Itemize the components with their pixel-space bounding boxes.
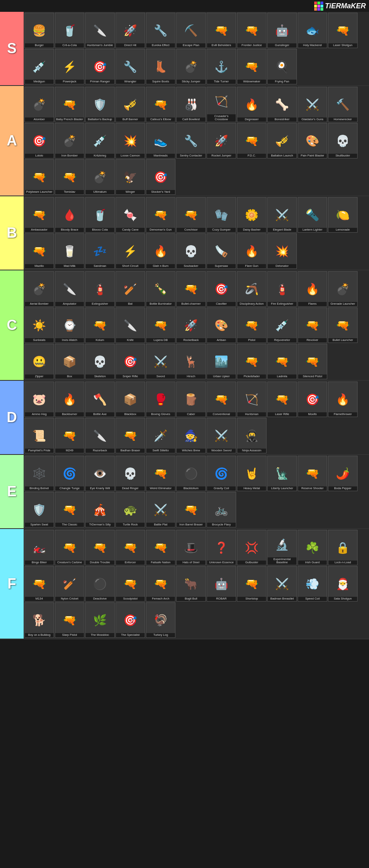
- list-item[interactable]: 🔫Bullet Launcher: [328, 307, 358, 343]
- list-item[interactable]: 🔫Frontier Justice: [237, 13, 266, 48]
- list-item[interactable]: 🛡️Sparten Swat: [24, 492, 54, 527]
- list-item[interactable]: 🦃Turkey Log: [146, 602, 175, 638]
- list-item[interactable]: 💀Soulsacker: [176, 233, 206, 269]
- list-item[interactable]: 🐕Boy on a Bulldog: [24, 602, 54, 638]
- list-item[interactable]: 🔫Pistol: [237, 307, 266, 343]
- list-item[interactable]: 🔪Razorback: [85, 418, 115, 453]
- list-item[interactable]: 📦Box: [55, 344, 84, 379]
- list-item[interactable]: 💉Medigun: [24, 49, 54, 84]
- list-item[interactable]: 🥛Mad Milk: [55, 233, 84, 269]
- list-item[interactable]: 🎅Sata Shotgun: [328, 566, 358, 602]
- list-item[interactable]: 🌼Daisy Basher: [237, 197, 266, 233]
- list-item[interactable]: 🎳Caill Bowliest: [176, 87, 206, 122]
- list-item[interactable]: 🔬Experimental Baseline: [267, 530, 297, 565]
- list-item[interactable]: 🌶️Boda Pepper: [328, 456, 358, 491]
- list-item[interactable]: 🚀Direct Hit: [116, 13, 145, 48]
- list-item[interactable]: 🔫Bullet-charmer: [176, 271, 206, 307]
- list-item[interactable]: 💀Skullbuster: [328, 123, 358, 158]
- list-item[interactable]: 🔥Degreaser: [237, 87, 266, 122]
- list-item[interactable]: 🔫Failsafe Nation: [146, 530, 175, 565]
- list-item[interactable]: 🤐Zipper: [24, 344, 54, 379]
- list-item[interactable]: 🌀Changle Tunge: [55, 456, 84, 491]
- list-item[interactable]: 🤖Gunslinger: [267, 13, 297, 48]
- list-item[interactable]: 🥤Bloxxo Cola: [85, 197, 115, 233]
- list-item[interactable]: 🔧Eureka Effect: [146, 13, 175, 48]
- list-item[interactable]: 🔫Kolum: [85, 307, 115, 343]
- list-item[interactable]: 🔫Tomislav: [55, 159, 84, 195]
- list-item[interactable]: 🏹Crusader's Crossbow: [207, 87, 236, 122]
- list-item[interactable]: ⛏️Escape Plan: [176, 13, 206, 48]
- list-item[interactable]: 🦅Winger: [116, 159, 145, 195]
- list-item[interactable]: 💣Atomber: [24, 87, 54, 122]
- list-item[interactable]: 🔫Ambassador: [24, 197, 54, 233]
- list-item[interactable]: 🌿The Mossbloc: [85, 602, 115, 638]
- list-item[interactable]: 🔫Evill Beholders: [207, 13, 236, 48]
- list-item[interactable]: 🎯The Specialist: [116, 602, 145, 638]
- list-item[interactable]: 🍬Candy Cane: [116, 197, 145, 233]
- list-item[interactable]: 🔫Ladmila: [267, 344, 297, 379]
- list-item[interactable]: ⌚Invis-Watch: [55, 307, 84, 343]
- list-item[interactable]: 🔫The Classic: [55, 492, 84, 527]
- list-item[interactable]: 📜Pamphlet's Pride: [24, 418, 54, 453]
- list-item[interactable]: 🍾Bottle Burninator: [146, 271, 175, 307]
- list-item[interactable]: 💣Grenade Launcher: [328, 271, 358, 307]
- list-item[interactable]: 🏹Huntsman: [237, 382, 266, 417]
- list-item[interactable]: 🔥Flares: [298, 271, 327, 307]
- list-item[interactable]: 🔫Mazillo: [24, 233, 54, 269]
- list-item[interactable]: 🔫Reserve Shooter: [298, 456, 327, 491]
- list-item[interactable]: ⚡Short Circuit: [116, 233, 145, 269]
- list-item[interactable]: 💉Kritzkrieg: [85, 123, 115, 158]
- list-item[interactable]: 🪓Bottle Axe: [85, 382, 115, 417]
- list-item[interactable]: ⚡Powerjack: [55, 49, 84, 84]
- list-item[interactable]: 💨Speed Coil: [298, 566, 327, 602]
- list-item[interactable]: 🔫Baby Prench Blaster: [55, 87, 84, 122]
- list-item[interactable]: ❓Unknown Essence: [207, 530, 236, 565]
- list-item[interactable]: 💤Sandman: [85, 233, 115, 269]
- list-item[interactable]: 🔧Wrangler: [116, 49, 145, 84]
- list-item[interactable]: 🗽Liberty Launcher: [267, 456, 297, 491]
- list-item[interactable]: 🏍️Bingo Biker: [24, 530, 54, 565]
- list-item[interactable]: 💀Skeleton: [85, 344, 115, 379]
- list-item[interactable]: 🔫Demoman's Gun: [146, 197, 175, 233]
- list-item[interactable]: 💣Iron Bomber: [55, 123, 84, 158]
- list-item[interactable]: 🔫Creature's Carbine: [55, 530, 84, 565]
- list-item[interactable]: 🔒Lock-n-Load: [328, 530, 358, 565]
- list-item[interactable]: 🏏Bat: [116, 271, 145, 307]
- list-item[interactable]: 🔫Laser Shotgun: [328, 13, 358, 48]
- list-item[interactable]: ⚔️Sword: [146, 344, 175, 379]
- list-item[interactable]: 🔫Scoutpistol: [116, 566, 145, 602]
- list-item[interactable]: 🥷Ninja Assassin: [237, 418, 266, 453]
- list-item[interactable]: 📦Blackbox: [116, 382, 145, 417]
- list-item[interactable]: 👢Squire Boots: [146, 49, 175, 84]
- list-item[interactable]: 👟Mantreads: [146, 123, 175, 158]
- list-item[interactable]: 🔦Lantern Lighter: [298, 197, 327, 233]
- list-item[interactable]: 🎺Buff Banner: [116, 87, 145, 122]
- list-item[interactable]: 💣Ultimatum: [85, 159, 115, 195]
- list-item[interactable]: ⚔️Elegant Blade: [267, 197, 297, 233]
- list-item[interactable]: 🎯Stocker's Yard: [146, 159, 175, 195]
- list-item[interactable]: 🔫Shortstop: [237, 566, 266, 602]
- list-item[interactable]: 🪚Supersaw: [207, 233, 236, 269]
- list-item[interactable]: 🔪Huntsman's Jumble: [85, 13, 115, 48]
- list-item[interactable]: 🚀Rocket Jumper: [207, 123, 236, 158]
- list-item[interactable]: 🦌Hirsch: [176, 344, 206, 379]
- list-item[interactable]: 👁️Eye Knarly Will: [85, 456, 115, 491]
- list-item[interactable]: 🔫Polybeam Launcher: [24, 159, 54, 195]
- list-item[interactable]: 💥Detonator: [267, 233, 297, 269]
- list-item[interactable]: 🍋Lemonade: [328, 197, 358, 233]
- list-item[interactable]: 🔫Conchisor: [176, 197, 206, 233]
- list-item[interactable]: 🎯Lololo: [24, 123, 54, 158]
- list-item[interactable]: 🔫Silenced Pistol: [298, 344, 327, 379]
- list-item[interactable]: 🐟Holy Mackerel: [298, 13, 327, 48]
- list-item[interactable]: 🔫Enforcer: [116, 530, 145, 565]
- list-item[interactable]: 🏏Nylon Cricket: [55, 566, 84, 602]
- list-item[interactable]: 💀Dead Ringer: [116, 456, 145, 491]
- list-item[interactable]: 🎩Hats of Steel: [176, 530, 206, 565]
- list-item[interactable]: 💢Gutbuster: [237, 530, 266, 565]
- list-item[interactable]: 🔫Callous's Elbow: [146, 87, 175, 122]
- list-item[interactable]: 🎪TrDerman's Silly: [85, 492, 115, 527]
- list-item[interactable]: 🗡️Swift Stiletto: [146, 418, 175, 453]
- list-item[interactable]: 🎯Ciavitter: [207, 271, 236, 307]
- list-item[interactable]: 🎺Battalion Launch: [267, 123, 297, 158]
- list-item[interactable]: 🧤Cozy Gumper: [207, 197, 236, 233]
